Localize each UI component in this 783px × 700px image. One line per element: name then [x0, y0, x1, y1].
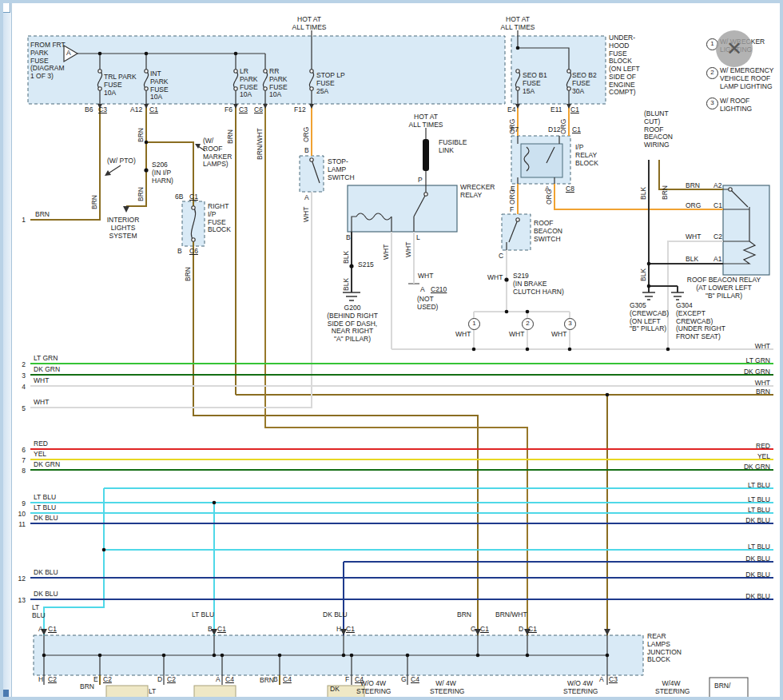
- conn-c2-jb2: C2: [103, 676, 112, 684]
- underhood-fuse-block-label: UNDER- HOOD FUSE BLOCK (ON LEFT SIDE OF …: [609, 34, 640, 97]
- conn-c1-d: C1: [572, 126, 581, 134]
- int-park-fuse-label: INT PARK FUSE 10A: [150, 70, 169, 101]
- right-ip-fuse-block-label: RIGHT I/P FUSE BLOCK: [208, 203, 231, 234]
- pin-f6: F6: [225, 106, 233, 114]
- wrecker-relay-box: [348, 185, 457, 232]
- right-label-yel: YEL: [738, 453, 770, 461]
- option-3-marker: 3: [564, 318, 576, 330]
- wire-brn-v4: BRN: [185, 267, 193, 281]
- conn-c4-jb4: C4: [411, 676, 419, 684]
- legend-3-marker: 3: [706, 97, 718, 109]
- wire-brnwht-v: BRN/WHT: [256, 128, 264, 160]
- wo-4w-steering-label-2: W/O 4W STEERING: [563, 680, 597, 696]
- close-button[interactable]: ✕: [716, 30, 753, 67]
- option-1-marker: 1: [468, 318, 480, 330]
- s206-label: S206 (IN I/P HARN): [152, 161, 173, 185]
- pin-6b: 6B: [175, 193, 183, 201]
- from-frt-park-fuse-label: FROM FRT PARK FUSE (DIAGRAM 1 OF 3): [30, 42, 66, 81]
- lt-cut-label: LT: [149, 688, 156, 696]
- wire-org-c1: ORG: [686, 202, 701, 210]
- wire-wht-v2: WHT: [383, 245, 391, 260]
- conn-c2-jb1: C2: [48, 676, 57, 684]
- row5-label: WHT: [34, 399, 49, 407]
- wire-wht-c2: WHT: [686, 233, 701, 241]
- row-number-9: 9: [16, 499, 26, 507]
- row-number-1: 1: [16, 216, 26, 224]
- document-icon: [2, 2, 10, 13]
- wire-blk-v3: BLK: [640, 187, 648, 200]
- right-label-dkblu-3: DK BLU: [738, 571, 770, 579]
- right-label-wht-2: WHT: [738, 380, 770, 388]
- conn-c6-b: C6: [189, 248, 198, 256]
- fusible-link-symbol: [423, 139, 429, 171]
- wire-wht-opt3: WHT: [551, 331, 566, 339]
- pin-b-sls: B: [304, 147, 309, 155]
- row-number-13: 13: [16, 596, 26, 604]
- pin-a-sls: A: [304, 194, 309, 202]
- wire-blk-v1: BLK: [343, 251, 351, 264]
- pin-f12: F12: [294, 106, 306, 114]
- pin-f-jbb: F: [345, 676, 349, 684]
- right-label-ltblu-1: LT BLU: [738, 482, 770, 490]
- pin-b-wr: B: [346, 234, 351, 242]
- right-label-dkgrn-1: DK GRN: [738, 368, 770, 376]
- pin-g-jbb: G: [401, 676, 407, 684]
- row-number-11: 11: [16, 520, 26, 528]
- s219-label: S219 (IN BRAKE CLUTCH HARN): [513, 272, 564, 296]
- right-label-ltblu-4: LT BLU: [738, 543, 770, 551]
- wire-wht-opt1: WHT: [455, 331, 471, 339]
- row8-label: DK GRN: [34, 461, 60, 469]
- right-label-brn: BRN: [738, 388, 770, 396]
- conn-c3-jbr: C3: [609, 676, 618, 684]
- pin-l-wr: L: [416, 234, 420, 242]
- ip-relay-block-label: I/P RELAY BLOCK: [575, 144, 598, 167]
- pin-e4: E4: [507, 106, 515, 114]
- row13-label: DK BLU: [34, 591, 58, 599]
- not-used-note: (NOT USED): [417, 296, 438, 312]
- roof-beacon-relay-label: ROOF BEACON RELAY (AT LOWER LEFT "B" PIL…: [675, 276, 773, 300]
- row12-label: DK BLU: [34, 569, 58, 577]
- blunt-cut-note: (BLUNT CUT) ROOF BEACON WIRING: [644, 110, 673, 149]
- wire-wht-opt2: WHT: [509, 331, 524, 339]
- wire-brn-v2: BRN: [137, 128, 145, 142]
- conn-c1-jb1: C1: [48, 626, 57, 634]
- hot-at-label-2: HOT AT ALL TIMES: [492, 16, 543, 32]
- wire-blk-v2: BLK: [343, 278, 351, 291]
- conn-c1-jb3: C1: [346, 626, 355, 634]
- trl-park-fuse-label: TRL PARK FUSE 10A: [104, 74, 137, 97]
- triangle-a-label: A: [66, 50, 71, 58]
- right-label-red: RED: [738, 443, 770, 451]
- wire-brn-v1: BRN: [91, 195, 99, 209]
- wire-brn-bottom1: BRN: [80, 683, 94, 691]
- right-label-dkblu-2: DK BLU: [738, 555, 770, 563]
- row-number-4: 4: [16, 383, 26, 391]
- wire-wht-v3: WHT: [405, 242, 413, 257]
- row10-label: LT BLU: [34, 504, 56, 512]
- hot-at-label-3: HOT AT ALL TIMES: [403, 113, 448, 129]
- row2-label: LT GRN: [34, 355, 58, 363]
- legend-2-marker: 2: [706, 67, 718, 79]
- rr-park-fuse-label: RR PARK FUSE 10A: [269, 68, 288, 99]
- right-label-ltblu-2: LT BLU: [738, 496, 770, 504]
- wiring-diagram-canvas: [0, 0, 783, 700]
- conn-c1-c: C1: [189, 193, 198, 201]
- pin-d-jbb: D: [157, 676, 162, 684]
- row-number-8: 8: [16, 467, 26, 475]
- pin-g-jb: G: [471, 626, 476, 634]
- pin-h-jbb: H: [38, 676, 43, 684]
- conn-c1-jb4: C1: [480, 626, 489, 634]
- pin-a-jbr: A: [599, 676, 604, 684]
- g200-label: G200 (BEHIND RIGHT SIDE OF DASH, NEAR RI…: [318, 304, 387, 344]
- right-label-ltgrn: LT GRN: [738, 357, 770, 365]
- pin-f7: F7: [511, 126, 519, 134]
- roof-beacon-switch-label: ROOF BEACON SWITCH: [534, 220, 562, 243]
- stop-lamp-switch-label: STOP- LAMP SWITCH: [328, 158, 355, 181]
- wire-wht-s219: WHT: [487, 274, 503, 282]
- pin-a2: A2: [713, 182, 721, 190]
- pin-a12: A12: [130, 106, 142, 114]
- wire-brnwht-jb: BRN/WHT: [495, 611, 527, 619]
- wire-brn-v3: BRN: [137, 187, 145, 201]
- option-2-marker: 2: [522, 318, 534, 330]
- left-scrollbar[interactable]: [0, 0, 12, 700]
- dk-cut-label: DK: [330, 686, 340, 694]
